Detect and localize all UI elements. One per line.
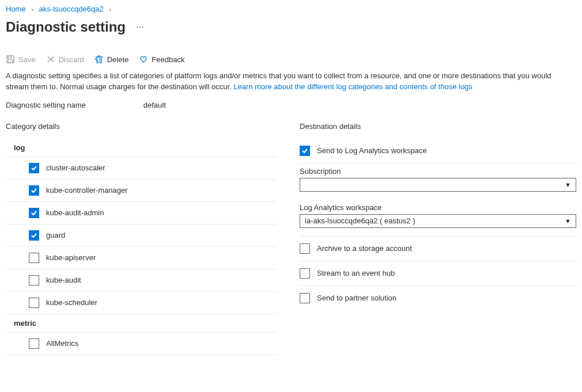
svg-rect-5	[97, 57, 101, 63]
setting-name-row: Diagnostic setting name default	[6, 101, 576, 109]
checkmark-icon	[31, 210, 37, 216]
dest-partner-checkbox[interactable]	[300, 293, 310, 303]
feedback-button[interactable]: Feedback	[139, 55, 184, 64]
log-label-kube-apiserver: kube-apiserver	[46, 253, 96, 262]
setting-name-label: Diagnostic setting name	[6, 101, 86, 109]
learn-more-link[interactable]: Learn more about the different log categ…	[233, 82, 473, 91]
description: A diagnostic setting specifies a list of…	[6, 71, 570, 93]
page-title: Diagnostic setting	[6, 19, 126, 35]
log-checkbox-kube-audit-admin[interactable]	[29, 208, 39, 218]
svg-rect-2	[8, 60, 13, 63]
log-label-kube-controller-manager: kube-controller-manager	[46, 186, 128, 195]
chevron-right-icon: ›	[109, 6, 111, 13]
log-row-kube-audit: kube-audit	[6, 269, 277, 292]
dest-log-analytics-label: Send to Log Analytics workspace	[317, 146, 427, 155]
dest-storage-label: Archive to a storage account	[317, 244, 412, 253]
dest-eventhub-row: Stream to an event hub	[300, 261, 576, 286]
delete-label: Delete	[107, 55, 129, 64]
log-row-kube-audit-admin: kube-audit-admin	[6, 202, 277, 224]
log-row-kube-controller-manager: kube-controller-manager	[6, 180, 277, 202]
breadcrumb-resource[interactable]: aks-lsuoccqde6qa2	[39, 5, 104, 13]
metric-checkbox-allmetrics[interactable]	[29, 338, 39, 349]
log-label-kube-audit-admin: kube-audit-admin	[46, 208, 104, 217]
checkmark-icon	[31, 232, 37, 239]
log-row-guard: guard	[6, 224, 277, 247]
log-label-guard: guard	[46, 231, 65, 239]
save-label: Save	[18, 55, 36, 64]
log-row-kube-scheduler: kube-scheduler	[6, 292, 277, 314]
checkmark-icon	[31, 187, 37, 194]
chevron-down-icon: ▼	[565, 218, 571, 224]
checkmark-icon	[31, 165, 37, 172]
metric-row-allmetrics: AllMetrics	[6, 333, 277, 355]
log-checkbox-kube-audit[interactable]	[29, 275, 39, 286]
destination-details-label: Destination details	[300, 122, 576, 131]
dest-log-analytics-checkbox[interactable]	[300, 146, 310, 156]
dest-eventhub-checkbox[interactable]	[300, 268, 310, 279]
dest-eventhub-label: Stream to an event hub	[317, 269, 395, 277]
log-checkbox-kube-scheduler[interactable]	[29, 298, 39, 308]
subscription-select[interactable]: ▼	[300, 178, 576, 192]
svg-line-8	[95, 58, 99, 62]
checkmark-icon	[301, 147, 308, 154]
dest-partner-label: Send to partner solution	[317, 294, 396, 302]
chevron-down-icon: ▼	[565, 181, 571, 188]
close-icon	[46, 55, 55, 64]
log-label-kube-audit: kube-audit	[46, 276, 81, 284]
heart-icon	[139, 55, 148, 64]
dest-partner-row: Send to partner solution	[300, 286, 576, 310]
dest-storage-checkbox[interactable]	[300, 243, 310, 254]
log-label-kube-scheduler: kube-scheduler	[46, 298, 97, 307]
breadcrumb: Home › aks-lsuoccqde6qa2 ›	[6, 5, 576, 17]
log-checkbox-kube-controller-manager[interactable]	[29, 185, 39, 196]
toolbar: Save Discard Delete Feedback	[6, 43, 576, 71]
setting-name-value: default	[143, 101, 166, 109]
metric-group-header: metric	[6, 314, 277, 333]
more-icon[interactable]: ⋯	[136, 22, 145, 32]
log-checkbox-kube-apiserver[interactable]	[29, 253, 39, 263]
workspace-label: Log Analytics workspace	[300, 203, 576, 212]
log-checkbox-cluster-autoscaler[interactable]	[29, 163, 39, 173]
log-group-header: log	[6, 139, 277, 157]
dest-storage-row: Archive to a storage account	[300, 237, 576, 261]
log-row-kube-apiserver: kube-apiserver	[6, 247, 277, 269]
workspace-select[interactable]: la-aks-lsuoccqde6qa2 ( eastus2 ) ▼	[300, 214, 576, 228]
category-details-label: Category details	[6, 122, 277, 131]
workspace-value: la-aks-lsuoccqde6qa2 ( eastus2 )	[305, 216, 415, 225]
log-row-cluster-autoscaler: cluster-autoscaler	[6, 157, 277, 180]
metric-label-allmetrics: AllMetrics	[46, 339, 78, 348]
dest-log-analytics-row: Send to Log Analytics workspace	[300, 139, 576, 163]
breadcrumb-home[interactable]: Home	[6, 5, 26, 13]
svg-rect-1	[8, 56, 12, 58]
save-button[interactable]: Save	[6, 55, 36, 64]
trash-icon	[95, 55, 104, 64]
discard-button[interactable]: Discard	[46, 55, 84, 64]
delete-button[interactable]: Delete	[95, 55, 129, 64]
feedback-label: Feedback	[152, 55, 184, 64]
chevron-right-icon: ›	[31, 6, 33, 13]
discard-label: Discard	[59, 55, 84, 64]
log-label-cluster-autoscaler: cluster-autoscaler	[46, 163, 105, 172]
log-checkbox-guard[interactable]	[29, 230, 39, 241]
save-icon	[6, 55, 15, 64]
subscription-label: Subscription	[300, 167, 576, 176]
